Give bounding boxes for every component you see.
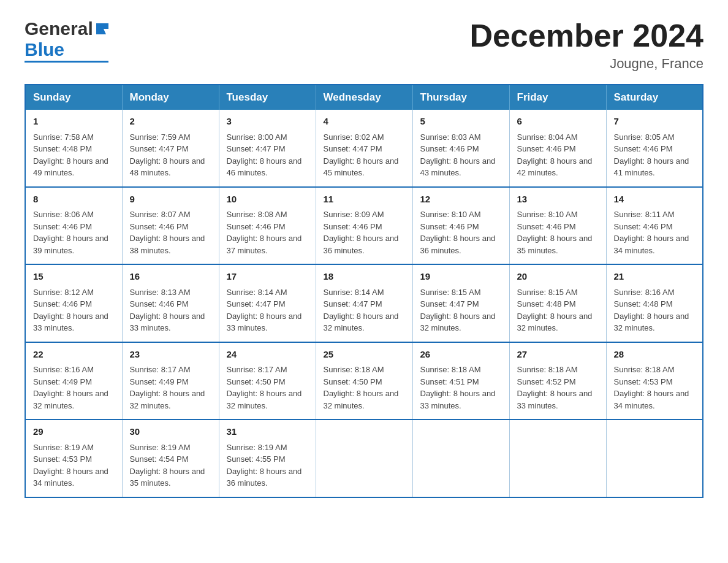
day-number: 24 xyxy=(227,348,308,362)
calendar-cell: 26 Sunrise: 8:18 AMSunset: 4:51 PMDaylig… xyxy=(412,342,509,420)
col-wednesday: Wednesday xyxy=(316,85,412,110)
day-info: Sunrise: 8:07 AMSunset: 4:46 PMDaylight:… xyxy=(130,210,205,255)
calendar-cell: 12 Sunrise: 8:10 AMSunset: 4:46 PMDaylig… xyxy=(412,187,509,265)
day-number: 7 xyxy=(614,115,696,129)
day-number: 12 xyxy=(420,193,502,207)
logo-flag-icon xyxy=(95,22,108,36)
day-number: 6 xyxy=(517,115,599,129)
day-number: 1 xyxy=(33,115,115,129)
day-info: Sunrise: 8:19 AMSunset: 4:54 PMDaylight:… xyxy=(130,443,205,488)
day-number: 31 xyxy=(227,425,308,439)
day-info: Sunrise: 8:14 AMSunset: 4:47 PMDaylight:… xyxy=(227,288,302,333)
day-number: 14 xyxy=(614,193,696,207)
col-monday: Monday xyxy=(122,85,219,110)
calendar-cell: 19 Sunrise: 8:15 AMSunset: 4:47 PMDaylig… xyxy=(412,264,509,342)
day-number: 22 xyxy=(33,348,115,362)
day-number: 21 xyxy=(614,270,696,284)
day-number: 29 xyxy=(33,425,115,439)
day-number: 4 xyxy=(324,115,405,129)
day-info: Sunrise: 8:16 AMSunset: 4:48 PMDaylight:… xyxy=(614,288,689,333)
day-number: 15 xyxy=(33,270,115,284)
calendar-cell: 14 Sunrise: 8:11 AMSunset: 4:46 PMDaylig… xyxy=(606,187,703,265)
col-thursday: Thursday xyxy=(412,85,509,110)
day-info: Sunrise: 8:18 AMSunset: 4:50 PMDaylight:… xyxy=(324,365,399,410)
calendar-week-4: 22 Sunrise: 8:16 AMSunset: 4:49 PMDaylig… xyxy=(25,342,703,420)
day-info: Sunrise: 8:09 AMSunset: 4:46 PMDaylight:… xyxy=(324,210,399,255)
day-number: 10 xyxy=(227,193,308,207)
month-title: December 2024 xyxy=(469,18,703,53)
day-info: Sunrise: 8:08 AMSunset: 4:46 PMDaylight:… xyxy=(227,210,302,255)
logo-general-text: General xyxy=(25,18,93,39)
calendar-cell: 24 Sunrise: 8:17 AMSunset: 4:50 PMDaylig… xyxy=(219,342,316,420)
calendar-week-2: 8 Sunrise: 8:06 AMSunset: 4:46 PMDayligh… xyxy=(25,187,703,265)
calendar-cell: 1 Sunrise: 7:58 AMSunset: 4:48 PMDayligh… xyxy=(25,110,122,187)
day-number: 2 xyxy=(130,115,211,129)
day-info: Sunrise: 8:10 AMSunset: 4:46 PMDaylight:… xyxy=(420,210,496,255)
day-number: 11 xyxy=(324,193,405,207)
logo: General Blue xyxy=(25,18,108,63)
calendar-cell: 30 Sunrise: 8:19 AMSunset: 4:54 PMDaylig… xyxy=(122,419,219,497)
calendar-cell: 10 Sunrise: 8:08 AMSunset: 4:46 PMDaylig… xyxy=(219,187,316,265)
day-number: 17 xyxy=(227,270,308,284)
day-header-row: Sunday Monday Tuesday Wednesday Thursday… xyxy=(25,85,703,110)
day-info: Sunrise: 8:10 AMSunset: 4:46 PMDaylight:… xyxy=(517,210,593,255)
day-info: Sunrise: 7:58 AMSunset: 4:48 PMDaylight:… xyxy=(33,132,108,178)
calendar-cell: 29 Sunrise: 8:19 AMSunset: 4:53 PMDaylig… xyxy=(25,419,122,497)
calendar-cell xyxy=(606,419,703,497)
calendar-cell: 18 Sunrise: 8:14 AMSunset: 4:47 PMDaylig… xyxy=(316,264,412,342)
day-number: 20 xyxy=(517,270,599,284)
col-saturday: Saturday xyxy=(606,85,703,110)
svg-marker-1 xyxy=(104,23,108,29)
calendar-cell: 23 Sunrise: 8:17 AMSunset: 4:49 PMDaylig… xyxy=(122,342,219,420)
calendar-cell: 13 Sunrise: 8:10 AMSunset: 4:46 PMDaylig… xyxy=(509,187,606,265)
calendar-cell: 16 Sunrise: 8:13 AMSunset: 4:46 PMDaylig… xyxy=(122,264,219,342)
calendar-cell: 7 Sunrise: 8:05 AMSunset: 4:46 PMDayligh… xyxy=(606,110,703,187)
day-number: 9 xyxy=(130,193,211,207)
day-number: 5 xyxy=(420,115,502,129)
calendar-week-1: 1 Sunrise: 7:58 AMSunset: 4:48 PMDayligh… xyxy=(25,110,703,187)
day-number: 23 xyxy=(130,348,211,362)
calendar-cell: 5 Sunrise: 8:03 AMSunset: 4:46 PMDayligh… xyxy=(412,110,509,187)
day-info: Sunrise: 8:19 AMSunset: 4:53 PMDaylight:… xyxy=(33,443,108,488)
day-number: 19 xyxy=(420,270,502,284)
day-info: Sunrise: 8:18 AMSunset: 4:52 PMDaylight:… xyxy=(517,365,593,410)
col-sunday: Sunday xyxy=(25,85,122,110)
calendar-header: Sunday Monday Tuesday Wednesday Thursday… xyxy=(25,85,703,110)
day-info: Sunrise: 8:18 AMSunset: 4:51 PMDaylight:… xyxy=(420,365,496,410)
calendar-cell: 3 Sunrise: 8:00 AMSunset: 4:47 PMDayligh… xyxy=(219,110,316,187)
title-block: December 2024 Jougne, France xyxy=(469,18,703,72)
day-number: 28 xyxy=(614,348,696,362)
day-number: 30 xyxy=(130,425,211,439)
logo-underline xyxy=(25,61,108,63)
calendar-week-3: 15 Sunrise: 8:12 AMSunset: 4:46 PMDaylig… xyxy=(25,264,703,342)
day-info: Sunrise: 8:16 AMSunset: 4:49 PMDaylight:… xyxy=(33,365,108,410)
calendar-cell: 6 Sunrise: 8:04 AMSunset: 4:46 PMDayligh… xyxy=(509,110,606,187)
calendar-cell: 2 Sunrise: 7:59 AMSunset: 4:47 PMDayligh… xyxy=(122,110,219,187)
col-tuesday: Tuesday xyxy=(219,85,316,110)
calendar-cell: 9 Sunrise: 8:07 AMSunset: 4:46 PMDayligh… xyxy=(122,187,219,265)
logo-blue-text: Blue xyxy=(25,39,64,60)
day-number: 26 xyxy=(420,348,502,362)
calendar-cell: 22 Sunrise: 8:16 AMSunset: 4:49 PMDaylig… xyxy=(25,342,122,420)
calendar-cell: 21 Sunrise: 8:16 AMSunset: 4:48 PMDaylig… xyxy=(606,264,703,342)
day-info: Sunrise: 8:00 AMSunset: 4:47 PMDaylight:… xyxy=(227,132,302,178)
calendar-cell: 27 Sunrise: 8:18 AMSunset: 4:52 PMDaylig… xyxy=(509,342,606,420)
calendar-cell: 17 Sunrise: 8:14 AMSunset: 4:47 PMDaylig… xyxy=(219,264,316,342)
calendar-body: 1 Sunrise: 7:58 AMSunset: 4:48 PMDayligh… xyxy=(25,110,703,497)
day-info: Sunrise: 8:03 AMSunset: 4:46 PMDaylight:… xyxy=(420,132,496,178)
day-info: Sunrise: 8:11 AMSunset: 4:46 PMDaylight:… xyxy=(614,210,689,255)
day-info: Sunrise: 8:04 AMSunset: 4:46 PMDaylight:… xyxy=(517,132,593,178)
day-info: Sunrise: 8:12 AMSunset: 4:46 PMDaylight:… xyxy=(33,288,108,333)
day-info: Sunrise: 8:13 AMSunset: 4:46 PMDaylight:… xyxy=(130,288,205,333)
day-info: Sunrise: 8:02 AMSunset: 4:47 PMDaylight:… xyxy=(324,132,399,178)
calendar-cell xyxy=(412,419,509,497)
col-friday: Friday xyxy=(509,85,606,110)
day-info: Sunrise: 8:17 AMSunset: 4:49 PMDaylight:… xyxy=(130,365,205,410)
calendar-cell: 8 Sunrise: 8:06 AMSunset: 4:46 PMDayligh… xyxy=(25,187,122,265)
day-info: Sunrise: 8:19 AMSunset: 4:55 PMDaylight:… xyxy=(227,443,302,488)
day-info: Sunrise: 8:05 AMSunset: 4:46 PMDaylight:… xyxy=(614,132,689,178)
day-info: Sunrise: 8:17 AMSunset: 4:50 PMDaylight:… xyxy=(227,365,302,410)
day-number: 27 xyxy=(517,348,599,362)
calendar-table: Sunday Monday Tuesday Wednesday Thursday… xyxy=(25,84,703,498)
day-number: 8 xyxy=(33,193,115,207)
